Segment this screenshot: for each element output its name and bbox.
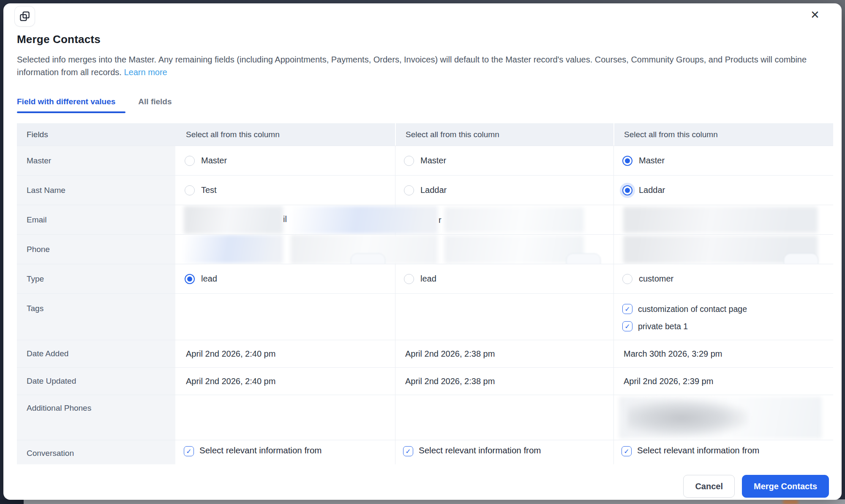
date-added-col2: April 2nd 2026, 2:38 pm bbox=[395, 340, 613, 367]
radio-checked-icon bbox=[185, 274, 195, 284]
radio-type-col1[interactable]: lead bbox=[176, 274, 217, 284]
checkbox-checked-icon: ✓ bbox=[621, 446, 632, 456]
merge-contacts-button[interactable]: Merge Contacts bbox=[742, 475, 829, 498]
date-updated-col2: April 2nd 2026, 2:38 pm bbox=[395, 368, 613, 395]
column-header-select-all-2[interactable]: Select all from this column bbox=[395, 123, 613, 146]
table-row-conversation: Conversation ✓Select relevant informatio… bbox=[17, 440, 833, 464]
modal-title: Merge Contacts bbox=[17, 33, 101, 46]
table-row-additional-phones: Additional Phones bbox=[17, 395, 833, 440]
field-label-tags: Tags bbox=[17, 294, 176, 340]
radio-icon bbox=[404, 156, 414, 166]
redacted-email-3 bbox=[444, 207, 584, 233]
learn-more-link[interactable]: Learn more bbox=[124, 68, 167, 77]
background-sidebar-strip bbox=[0, 499, 24, 504]
radio-icon bbox=[622, 274, 632, 284]
column-header-select-all-3[interactable]: Select all from this column bbox=[613, 123, 833, 146]
radio-type-col2[interactable]: lead bbox=[395, 274, 436, 284]
field-label-email: Email bbox=[17, 205, 176, 234]
redacted-email-4 bbox=[623, 207, 818, 233]
table-row-tags: Tags ✓customization of contact page ✓pri… bbox=[17, 293, 833, 340]
redacted-phone-3 bbox=[444, 236, 584, 263]
background-page-strip bbox=[24, 499, 845, 504]
checkbox-checked-icon: ✓ bbox=[622, 321, 632, 331]
cancel-button[interactable]: Cancel bbox=[683, 475, 735, 498]
redacted-phone-1 bbox=[184, 235, 283, 263]
table-row-date-added: Date Added April 2nd 2026, 2:40 pm April… bbox=[17, 340, 833, 367]
radio-master-col2[interactable]: Master bbox=[395, 156, 446, 166]
redacted-email-1 bbox=[184, 206, 283, 234]
field-label-phone: Phone bbox=[17, 235, 176, 264]
field-label-date-added: Date Added bbox=[17, 340, 176, 367]
checkbox-conversation-col1[interactable]: ✓Select relevant information from bbox=[176, 445, 322, 456]
checkbox-checked-icon: ✓ bbox=[184, 446, 194, 456]
table-row-last-name: Last Name Test Laddar Laddar bbox=[17, 175, 833, 205]
table-header-row: Fields Select all from this column Selec… bbox=[17, 123, 833, 146]
checkbox-checked-icon: ✓ bbox=[403, 446, 413, 456]
radio-lastname-col2[interactable]: Laddar bbox=[395, 185, 447, 195]
redacted-pill-button bbox=[566, 253, 601, 264]
radio-lastname-col3[interactable]: Laddar bbox=[614, 185, 665, 195]
field-label-additional-phones: Additional Phones bbox=[17, 395, 176, 440]
date-added-col3: March 30th 2026, 3:29 pm bbox=[613, 340, 833, 367]
radio-icon bbox=[404, 185, 414, 195]
checkbox-tag-private-beta[interactable]: ✓private beta 1 bbox=[622, 321, 747, 331]
table-row-phone: Phone bbox=[17, 234, 833, 264]
column-header-select-all-1[interactable]: Select all from this column bbox=[176, 123, 395, 146]
redaction-text-fragment: il bbox=[283, 214, 287, 224]
radio-icon bbox=[185, 185, 195, 195]
tab-bar: Field with different values All fields bbox=[17, 97, 172, 113]
field-label-date-updated: Date Updated bbox=[17, 368, 176, 395]
date-added-col1: April 2nd 2026, 2:40 pm bbox=[176, 340, 395, 367]
close-icon[interactable]: ✕ bbox=[806, 6, 824, 24]
table-row-type: Type lead lead customer bbox=[17, 264, 833, 293]
checkbox-checked-icon: ✓ bbox=[622, 304, 632, 314]
tab-field-with-different-values[interactable]: Field with different values bbox=[17, 97, 125, 113]
radio-master-col1[interactable]: Master bbox=[176, 156, 227, 166]
field-label-last-name: Last Name bbox=[17, 176, 176, 205]
field-label-type: Type bbox=[17, 264, 176, 293]
table-row-date-updated: Date Updated April 2nd 2026, 2:40 pm Apr… bbox=[17, 367, 833, 395]
radio-checked-icon bbox=[622, 156, 632, 166]
radio-master-col3[interactable]: Master bbox=[614, 156, 665, 166]
radio-icon bbox=[404, 274, 414, 284]
field-label-master: Master bbox=[17, 146, 176, 175]
checkbox-conversation-col2[interactable]: ✓Select relevant information from bbox=[395, 445, 541, 456]
redacted-email-2 bbox=[291, 206, 438, 234]
field-label-conversation: Conversation bbox=[17, 440, 176, 464]
modal-description: Selected info merges into the Master. An… bbox=[17, 53, 826, 79]
merge-fields-table: Fields Select all from this column Selec… bbox=[17, 123, 833, 464]
redacted-additional-phone bbox=[627, 399, 748, 436]
radio-lastname-col1[interactable]: Test bbox=[176, 185, 217, 195]
tab-all-fields[interactable]: All fields bbox=[138, 97, 172, 113]
table-row-master: Master Master Master Master bbox=[17, 146, 833, 175]
radio-icon bbox=[185, 156, 195, 166]
redaction-text-fragment: r bbox=[439, 215, 442, 225]
merge-contacts-modal: ✕ Merge Contacts Selected info merges in… bbox=[3, 3, 842, 500]
table-row-email: Email il r bbox=[17, 205, 833, 234]
radio-checked-icon bbox=[622, 185, 632, 195]
merge-contacts-icon bbox=[14, 6, 35, 27]
checkbox-tag-customization[interactable]: ✓customization of contact page bbox=[622, 304, 747, 314]
redacted-pill-button bbox=[351, 253, 385, 264]
modal-footer: Cancel Merge Contacts bbox=[683, 475, 829, 498]
background-artifact bbox=[783, 500, 798, 504]
date-updated-col1: April 2nd 2026, 2:40 pm bbox=[176, 368, 395, 395]
redacted-pill-button bbox=[784, 253, 818, 264]
date-updated-col3: April 2nd 2026, 2:39 pm bbox=[613, 368, 833, 395]
column-header-fields: Fields bbox=[17, 123, 176, 146]
radio-type-col3[interactable]: customer bbox=[614, 274, 673, 284]
checkbox-conversation-col3[interactable]: ✓Select relevant information from bbox=[614, 445, 759, 456]
